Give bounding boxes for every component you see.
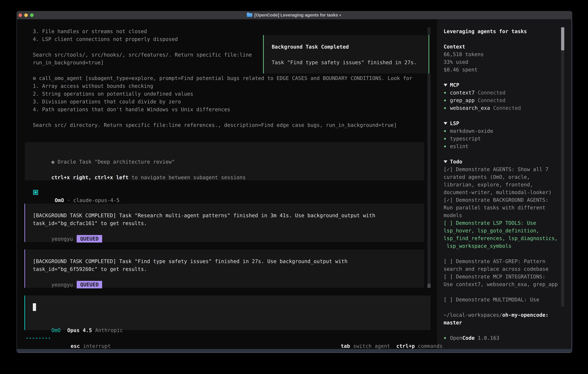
notification-toast[interactable]: Background Task Completed Task "Find typ… bbox=[263, 35, 429, 73]
title-bar: [OpenCode] Leveraging agents for tasks ◐ bbox=[17, 11, 572, 19]
sidebar-row: eslint bbox=[444, 143, 469, 150]
sidebar-row: grep_app Connected bbox=[444, 97, 505, 104]
sidebar-row: search and replace across codebase bbox=[444, 265, 548, 273]
window-bottom-bar bbox=[17, 349, 572, 353]
log-line: Search src/ directory. Return specific f… bbox=[33, 121, 397, 129]
gear-icon: ⚙ bbox=[33, 75, 39, 81]
oracle-task-line: ◉ Oracle Task "Deep architecture review" bbox=[33, 150, 175, 158]
task-line1: [BACKGROUND TASK COMPLETED] Task "Find t… bbox=[33, 258, 347, 265]
chevron-down-icon[interactable] bbox=[444, 120, 450, 128]
window-border-right bbox=[571, 19, 572, 349]
log-line: Search src/tools/, src/hooks/, src/featu… bbox=[33, 51, 252, 59]
sidebar-row: websearch_exa Connected bbox=[444, 104, 521, 112]
sidebar-row: [✓] Demonstrate BACKGROUND AGENTS: bbox=[444, 196, 548, 204]
toast-body: Task "Find type safety issues" finished … bbox=[272, 59, 417, 66]
input-provider-label: Anthropic bbox=[95, 327, 123, 333]
task-status-badge: QUEUED bbox=[77, 281, 102, 288]
sidebar-scrollbar-thumb[interactable] bbox=[561, 27, 564, 50]
log-line: ⚙ call_omo_agent [subagent_type=explore,… bbox=[33, 74, 412, 82]
tab-key-hint: tab bbox=[341, 343, 350, 349]
sidebar-row: document-writer, multimodal-looker) bbox=[444, 189, 552, 196]
bullet-icon bbox=[444, 334, 450, 342]
bullet-icon bbox=[444, 104, 450, 112]
agent-header: OmO · claude-opus-4-5 bbox=[42, 189, 119, 197]
progress-dots bbox=[26, 338, 55, 339]
sidebar-row: ~/local-workspaces/oh-my-opencode: bbox=[444, 311, 548, 319]
sidebar-row: typescript bbox=[444, 135, 481, 143]
main-scrollbar-track-top[interactable] bbox=[427, 27, 430, 35]
task-accent-bar bbox=[24, 249, 25, 288]
log-line: 4. Path operations that don't handle Win… bbox=[33, 105, 230, 113]
sidebar-row: Context bbox=[444, 43, 465, 51]
prompt-input[interactable]: OmO Opus 4.5 Anthropic bbox=[26, 295, 430, 330]
sidebar-row: models bbox=[444, 212, 462, 219]
log-line: 1. Array access without bounds checking bbox=[33, 82, 153, 90]
sidebar-row: Run parallel tasks with different bbox=[444, 204, 546, 212]
sidebar-row: curated agents (OmO, oracle, bbox=[444, 173, 530, 181]
chevron-down-icon[interactable] bbox=[444, 158, 450, 166]
log-line: 2. String operations on potentially unde… bbox=[33, 90, 193, 98]
task-line1: [BACKGROUND TASK COMPLETED] Task "Resear… bbox=[33, 212, 375, 219]
bullet-icon bbox=[444, 97, 450, 104]
sidebar-row: 66,518 tokens bbox=[444, 51, 484, 58]
agent-badge-icon bbox=[33, 190, 38, 195]
task-user: yeongyu bbox=[51, 282, 73, 288]
task-status-badge: QUEUED bbox=[77, 235, 102, 242]
sidebar-row[interactable]: Todo bbox=[444, 158, 462, 166]
log-line: run_in_background=true] bbox=[33, 59, 104, 67]
bullet-icon bbox=[444, 143, 450, 151]
sidebar-scrollbar-track[interactable] bbox=[561, 27, 564, 307]
folder-icon bbox=[247, 13, 252, 17]
sidebar-row: librarian, explore, frontend, bbox=[444, 181, 533, 189]
main-scrollbar-thumb[interactable] bbox=[427, 284, 430, 288]
background-task-message: [BACKGROUND TASK COMPLETED] Task "Find t… bbox=[26, 249, 424, 288]
sidebar-row: lsp_find_references, lsp_diagnostics, bbox=[444, 235, 558, 242]
ctrlp-key-hint: ctrl+p bbox=[396, 343, 415, 349]
sidebar-row: [ ] Demonstrate MULTIMODAL: Use bbox=[444, 296, 539, 303]
sidebar-row: context7 Connected bbox=[444, 89, 505, 97]
log-line: 3. File handles or streams not closed bbox=[33, 28, 147, 35]
input-accent-bar bbox=[24, 295, 25, 330]
sidebar-row: master bbox=[444, 319, 462, 327]
sidebar-row[interactable]: LSP bbox=[444, 120, 459, 127]
task-user: yeongyu bbox=[51, 236, 73, 242]
sidebar-row: lsp_hover, lsp_goto_definition, bbox=[444, 227, 539, 235]
log-line: 3. Division operations that could divide… bbox=[33, 98, 181, 105]
bullet-icon bbox=[444, 135, 450, 143]
log-line: 4. LSP client connections not properly d… bbox=[33, 35, 178, 43]
sidebar-row[interactable]: MCP bbox=[444, 81, 459, 89]
sidebar-row: $0.46 spent bbox=[444, 66, 478, 74]
statusbar-left: esc interrupt bbox=[58, 334, 111, 342]
bullet-icon bbox=[444, 128, 450, 135]
task-line2: task_id="bg_dcfac161" to get results. bbox=[33, 219, 147, 227]
chevron-down-icon[interactable] bbox=[444, 82, 450, 89]
bullet-icon bbox=[444, 89, 450, 97]
sidebar-row: [✓] Demonstrate AGENTS: Show all 7 bbox=[444, 166, 548, 173]
text-cursor bbox=[33, 303, 36, 311]
task-line2: task_id="bg_6f59260c" to get results. bbox=[33, 265, 147, 273]
sidebar-row: [ ] Demonstrate AST-GREP: Pattern bbox=[444, 258, 546, 265]
sidebar-row: OpenCode 1.0.163 bbox=[444, 334, 499, 342]
sidebar-row: markdown-oxide bbox=[444, 127, 493, 135]
oracle-bullet-icon: ◉ bbox=[51, 159, 58, 165]
task-accent-bar bbox=[24, 204, 25, 242]
main-scrollbar-track[interactable] bbox=[427, 73, 430, 288]
sidebar-row: 33% used bbox=[444, 58, 468, 66]
oracle-hint-line: ctrl+x right, ctrl+x left to navigate be… bbox=[33, 166, 246, 174]
background-task-message: [BACKGROUND TASK COMPLETED] Task "Resear… bbox=[26, 204, 424, 242]
sidebar-row: [ ] Demonstrate MCP INTEGRATIONS: bbox=[444, 273, 546, 280]
sidebar-row: lsp_workspace_symbols bbox=[444, 242, 512, 250]
window-bottom-edge bbox=[17, 353, 572, 353]
window-border-left bbox=[17, 19, 17, 349]
window-title: [OpenCode] Leveraging agents for tasks ◐ bbox=[254, 13, 342, 18]
esc-key-hint: esc bbox=[71, 343, 80, 349]
toast-title: Background Task Completed bbox=[272, 43, 349, 51]
statusbar-right: tab switch agent ctrl+p commands bbox=[328, 334, 443, 342]
sidebar-row: Use context7, websearch_exa, grep_app bbox=[444, 280, 558, 288]
terminal-window: [OpenCode] Leveraging agents for tasks ◐… bbox=[17, 11, 572, 353]
sidebar-row: [ ] Demonstrate LSP TOOLS: Use bbox=[444, 219, 536, 227]
sidebar-row: Leveraging agents for tasks bbox=[444, 28, 527, 35]
oracle-task-panel: ◉ Oracle Task "Deep architecture review"… bbox=[25, 142, 424, 180]
